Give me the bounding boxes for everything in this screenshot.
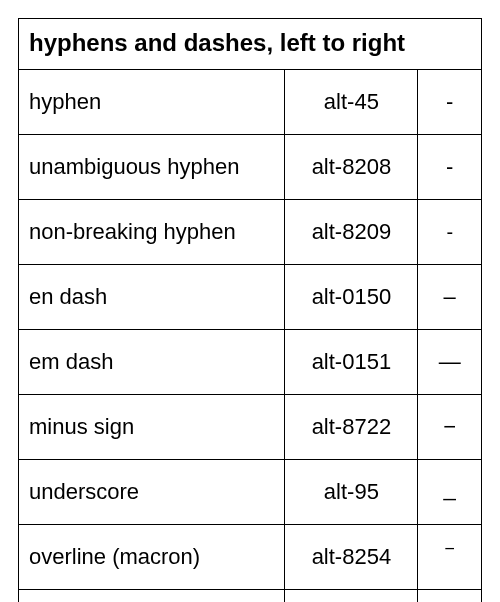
- char-name: macron: [19, 590, 285, 603]
- char-glyph: -: [418, 70, 482, 135]
- table-row: unambiguous hyphen alt-8208 ‐: [19, 135, 482, 200]
- table-header-row: hyphens and dashes, left to right: [19, 19, 482, 70]
- table-row: overline (macron) alt-8254 ‾: [19, 525, 482, 590]
- char-name: unambiguous hyphen: [19, 135, 285, 200]
- alt-code: alt-0151: [285, 330, 418, 395]
- table-row: non-breaking hyphen alt-8209 ‑: [19, 200, 482, 265]
- char-name: non-breaking hyphen: [19, 200, 285, 265]
- char-glyph: ‐: [418, 135, 482, 200]
- char-name: em dash: [19, 330, 285, 395]
- char-glyph: −: [418, 395, 482, 460]
- alt-code: alt-8722: [285, 395, 418, 460]
- table-row: hyphen alt-45 -: [19, 70, 482, 135]
- table-title: hyphens and dashes, left to right: [19, 19, 482, 70]
- alt-code: alt-0150: [285, 265, 418, 330]
- char-name: minus sign: [19, 395, 285, 460]
- char-glyph: _: [418, 460, 482, 525]
- char-glyph: –: [418, 265, 482, 330]
- alt-code: alt-95: [285, 460, 418, 525]
- hyphens-dashes-table: hyphens and dashes, left to right hyphen…: [18, 18, 482, 602]
- table-row: em dash alt-0151 —: [19, 330, 482, 395]
- alt-code: alt-8208: [285, 135, 418, 200]
- char-name: underscore: [19, 460, 285, 525]
- table-row: minus sign alt-8722 −: [19, 395, 482, 460]
- alt-code: alt-45: [285, 70, 418, 135]
- alt-code: alt-8209: [285, 200, 418, 265]
- table-row: underscore alt-95 _: [19, 460, 482, 525]
- table-row: en dash alt-0150 –: [19, 265, 482, 330]
- char-glyph: —: [418, 330, 482, 395]
- char-glyph: ‾: [418, 525, 482, 590]
- alt-code: alt-238: [285, 590, 418, 603]
- char-name: en dash: [19, 265, 285, 330]
- char-name: hyphen: [19, 70, 285, 135]
- char-name: overline (macron): [19, 525, 285, 590]
- table-row: macron alt-238 ˉ: [19, 590, 482, 603]
- char-glyph: ˉ: [418, 590, 482, 603]
- char-glyph: ‑: [418, 200, 482, 265]
- alt-code: alt-8254: [285, 525, 418, 590]
